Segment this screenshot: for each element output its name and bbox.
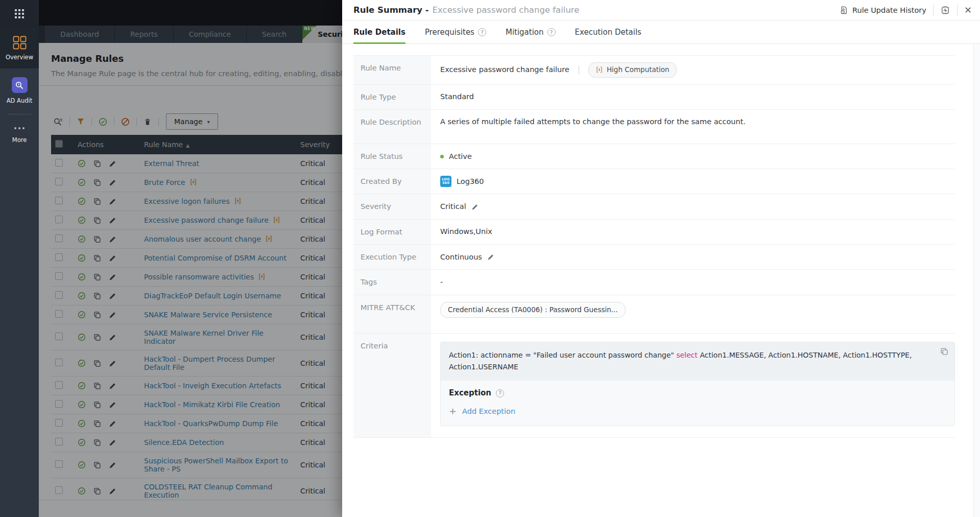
edit-rule-icon[interactable] (109, 179, 116, 186)
row-checkbox[interactable] (55, 197, 63, 204)
rule-update-history-button[interactable]: Rule Update History (840, 6, 926, 15)
rule-name-link[interactable]: Excessive password change failure (144, 216, 269, 224)
row-checkbox[interactable] (55, 291, 63, 299)
row-checkbox[interactable] (55, 400, 63, 408)
help-icon[interactable]: ? (547, 28, 556, 36)
rule-name-link[interactable]: Suspicious PowerShell Mailbox Export to … (144, 457, 288, 473)
edit-rule-icon[interactable] (109, 198, 116, 205)
row-checkbox[interactable] (55, 178, 63, 185)
edit-rule-icon[interactable] (109, 217, 116, 224)
edit-rule-icon[interactable] (109, 292, 116, 300)
rule-enabled-icon[interactable] (78, 461, 86, 469)
edit-rule-icon[interactable] (109, 420, 116, 428)
copy-rule-icon[interactable] (93, 254, 101, 262)
nav-tab-search[interactable]: Search (247, 26, 302, 43)
copy-rule-icon[interactable] (93, 311, 101, 319)
edit-rule-icon[interactable] (109, 382, 116, 390)
row-checkbox[interactable] (55, 216, 63, 223)
rule-enabled-icon[interactable] (78, 197, 86, 205)
copy-rule-icon[interactable] (93, 236, 101, 243)
copy-rule-icon[interactable] (93, 487, 101, 495)
row-checkbox[interactable] (55, 486, 63, 494)
copy-rule-icon[interactable] (93, 198, 101, 205)
edit-rule-icon[interactable] (109, 236, 116, 243)
edit-rule-icon[interactable] (109, 461, 116, 469)
row-checkbox[interactable] (55, 310, 63, 318)
rule-enabled-icon[interactable] (78, 382, 86, 390)
edit-rule-icon[interactable] (109, 273, 116, 281)
rule-name-link[interactable]: DiagTrackEoP Default Login Username (144, 292, 281, 300)
copy-rule-icon[interactable] (93, 160, 101, 168)
panel-scrollbar[interactable] (973, 44, 980, 517)
rule-name-link[interactable]: HackTool - Dumpert Process Dumper Defaul… (144, 355, 275, 371)
copy-rule-icon[interactable] (93, 439, 101, 447)
row-checkbox[interactable] (55, 460, 63, 468)
rule-enabled-icon[interactable] (78, 254, 86, 262)
rule-name-link[interactable]: Anomalous user account change (144, 235, 261, 243)
rule-enabled-icon[interactable] (78, 487, 86, 495)
rule-enabled-icon[interactable] (78, 333, 86, 341)
row-checkbox[interactable] (55, 419, 63, 427)
computation-settings-button[interactable] (940, 5, 950, 15)
disable-rule-button[interactable] (114, 118, 137, 126)
delete-rule-button[interactable] (137, 118, 159, 126)
close-panel-button[interactable]: ✕ (964, 6, 972, 15)
copy-rule-icon[interactable] (93, 401, 101, 409)
edit-execution-type-icon[interactable] (487, 253, 494, 261)
enable-rule-button[interactable] (92, 118, 114, 126)
copy-rule-icon[interactable] (93, 217, 101, 224)
rule-name-column-header[interactable]: Rule Name▲ (140, 135, 296, 154)
edit-rule-icon[interactable] (109, 254, 116, 262)
rule-enabled-icon[interactable] (78, 359, 86, 367)
copy-rule-icon[interactable] (93, 334, 101, 341)
tab-rule-details[interactable]: Rule Details (353, 20, 405, 43)
row-checkbox[interactable] (55, 234, 63, 242)
help-icon[interactable]: ? (496, 389, 504, 397)
rule-enabled-icon[interactable] (78, 216, 86, 224)
rule-enabled-icon[interactable] (78, 311, 86, 319)
rule-enabled-icon[interactable] (78, 438, 86, 447)
advanced-search-button[interactable] (51, 117, 70, 127)
edit-rule-icon[interactable] (109, 360, 116, 367)
select-all-checkbox[interactable] (55, 140, 63, 148)
sidebar-item-more[interactable]: More (0, 115, 39, 151)
app-launcher-button[interactable] (0, 0, 39, 27)
tab-prerequisites[interactable]: Prerequisites? (425, 20, 486, 43)
rule-enabled-icon[interactable] (78, 401, 86, 409)
sidebar-item-ad-audit[interactable]: AD Audit (0, 68, 39, 112)
edit-rule-icon[interactable] (109, 401, 116, 409)
edit-severity-icon[interactable] (471, 203, 479, 210)
rule-name-link[interactable]: Potential Compromise of DSRM Account (144, 254, 286, 262)
copy-rule-icon[interactable] (93, 420, 101, 428)
rule-enabled-icon[interactable] (78, 159, 86, 168)
edit-rule-icon[interactable] (109, 487, 116, 495)
rule-enabled-icon[interactable] (78, 419, 86, 428)
rule-enabled-icon[interactable] (78, 273, 86, 281)
filter-button[interactable] (70, 118, 92, 126)
nav-tab-dashboard[interactable]: Dashboard (45, 26, 115, 43)
rule-name-link[interactable]: Possible ransomware activities (144, 273, 254, 281)
copy-rule-icon[interactable] (93, 461, 101, 469)
edit-rule-icon[interactable] (109, 311, 116, 319)
row-checkbox[interactable] (55, 333, 63, 340)
edit-rule-icon[interactable] (109, 160, 116, 168)
row-checkbox[interactable] (55, 272, 63, 280)
row-checkbox[interactable] (55, 438, 63, 445)
nav-tab-reports[interactable]: Reports (115, 26, 174, 43)
copy-rule-icon[interactable] (93, 292, 101, 300)
copy-rule-icon[interactable] (93, 273, 101, 281)
edit-rule-icon[interactable] (109, 439, 116, 447)
row-checkbox[interactable] (55, 159, 63, 167)
rule-name-link[interactable]: SNAKE Malware Kernel Driver File Indicat… (144, 329, 264, 345)
sidebar-item-overview[interactable]: Overview (0, 27, 39, 68)
copy-rule-icon[interactable] (93, 382, 101, 390)
help-icon[interactable]: ? (478, 28, 486, 36)
rule-enabled-icon[interactable] (78, 178, 86, 186)
rule-name-link[interactable]: SNAKE Malware Service Persistence (144, 311, 272, 319)
tab-execution-details[interactable]: Execution Details (575, 20, 641, 43)
copy-criteria-button[interactable] (940, 347, 948, 359)
rule-name-link[interactable]: Excessive logon failures (144, 197, 230, 205)
tab-mitigation[interactable]: Mitigation? (506, 20, 556, 43)
rule-enabled-icon[interactable] (78, 235, 86, 243)
rule-name-link[interactable]: External Threat (144, 159, 199, 168)
